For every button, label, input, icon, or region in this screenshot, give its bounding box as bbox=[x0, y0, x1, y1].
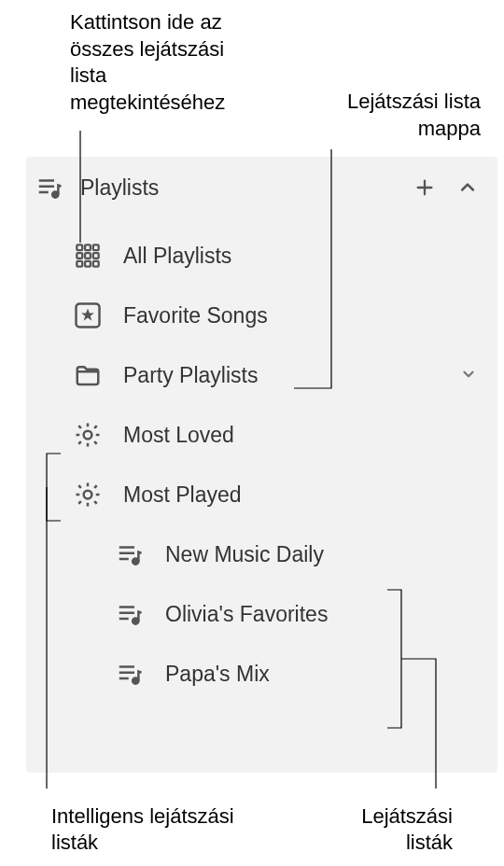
playlist-icon bbox=[115, 599, 145, 629]
sidebar-item-all-playlists[interactable]: All Playlists bbox=[73, 226, 488, 286]
folder-icon bbox=[73, 360, 103, 390]
callout-smart-playlists: Intelligens lejátszási listák bbox=[51, 803, 257, 857]
list-item-label: Most Played bbox=[123, 482, 488, 508]
list-item-label: Most Loved bbox=[123, 423, 488, 448]
gear-icon bbox=[73, 480, 103, 510]
playlist-icon bbox=[115, 659, 145, 689]
svg-rect-12 bbox=[77, 261, 82, 267]
svg-rect-14 bbox=[93, 261, 99, 267]
callout-all-playlists: Kattintson ide az összes lejátszási list… bbox=[70, 9, 266, 116]
playlist-icon bbox=[115, 539, 145, 569]
sidebar-item-most-loved[interactable]: Most Loved bbox=[73, 405, 488, 465]
svg-point-17 bbox=[84, 431, 92, 440]
sidebar-item-favorite-songs[interactable]: Favorite Songs bbox=[73, 286, 488, 345]
chevron-down-icon[interactable] bbox=[460, 366, 479, 384]
collapse-section-button[interactable] bbox=[456, 176, 479, 199]
svg-rect-6 bbox=[77, 244, 82, 250]
svg-rect-9 bbox=[77, 253, 82, 258]
grid-icon bbox=[73, 241, 103, 271]
svg-rect-8 bbox=[93, 244, 99, 250]
svg-rect-10 bbox=[85, 253, 91, 258]
star-box-icon bbox=[73, 300, 103, 330]
gear-icon bbox=[73, 420, 103, 450]
list-item-label: Papa's Mix bbox=[165, 662, 488, 687]
svg-rect-13 bbox=[85, 261, 91, 267]
list-item-label: New Music Daily bbox=[165, 542, 488, 567]
list-item-label: Olivia's Favorites bbox=[165, 602, 488, 627]
sidebar-item-olivias-favorites[interactable]: Olivia's Favorites bbox=[115, 584, 488, 644]
sidebar-item-new-music-daily[interactable]: New Music Daily bbox=[115, 524, 488, 584]
sidebar-header: Playlists bbox=[26, 157, 497, 218]
callout-playlists: Lejátszási listák bbox=[313, 803, 453, 857]
list-item-label: Party Playlists bbox=[123, 363, 440, 388]
svg-rect-11 bbox=[93, 253, 99, 258]
playlists-sidebar: Playlists bbox=[26, 157, 497, 773]
svg-rect-7 bbox=[85, 244, 91, 250]
list-item-label: Favorite Songs bbox=[123, 303, 488, 328]
callout-playlist-folder: Lejátszási lista mappa bbox=[322, 89, 481, 142]
playlist-header-icon bbox=[35, 174, 63, 202]
header-actions bbox=[413, 176, 479, 199]
sidebar-item-most-played[interactable]: Most Played bbox=[73, 465, 488, 524]
nested-playlists: New Music Daily Olivia's Favorites bbox=[73, 524, 488, 704]
list-item-label: All Playlists bbox=[123, 244, 488, 269]
add-playlist-button[interactable] bbox=[413, 176, 436, 199]
svg-point-18 bbox=[84, 491, 92, 499]
sidebar-title[interactable]: Playlists bbox=[80, 175, 397, 201]
sidebar-item-papas-mix[interactable]: Papa's Mix bbox=[115, 644, 488, 704]
sidebar-item-party-playlists[interactable]: Party Playlists bbox=[73, 345, 488, 405]
sidebar-list: All Playlists Favorite Songs Party Playl… bbox=[26, 218, 497, 713]
